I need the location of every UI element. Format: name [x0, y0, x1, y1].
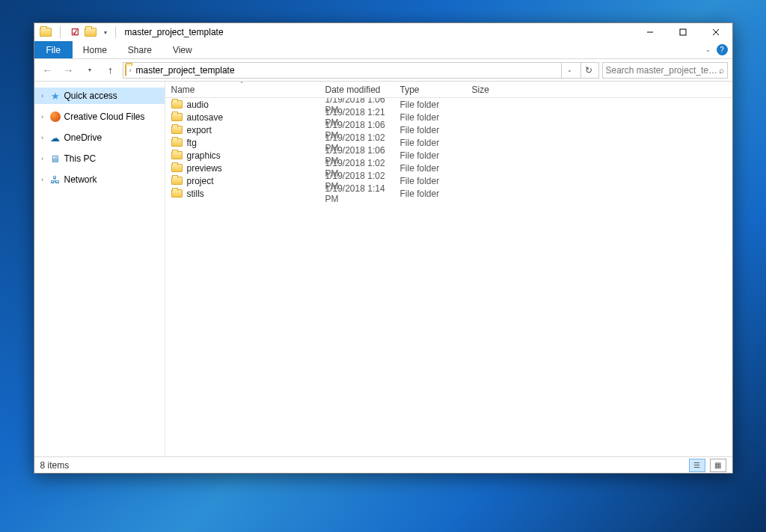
file-row[interactable]: project1/19/2018 1:02 PMFile folder: [165, 174, 732, 187]
minimize-button[interactable]: [634, 23, 667, 41]
file-name-cell: graphics: [165, 150, 319, 161]
nav-label: Creative Cloud Files: [64, 111, 145, 122]
svg-rect-1: [680, 29, 686, 35]
search-icon: ⌕: [719, 65, 724, 76]
file-row[interactable]: stills1/19/2018 1:14 PMFile folder: [165, 187, 732, 200]
chevron-right-icon[interactable]: ›: [39, 134, 46, 141]
column-name-label: Name: [171, 85, 195, 95]
this-pc-icon: 🖥: [49, 153, 61, 165]
close-icon: [712, 28, 720, 36]
column-type-label: Type: [400, 85, 420, 95]
file-name: export: [187, 125, 212, 135]
network-icon: 🖧: [49, 174, 61, 186]
tab-view[interactable]: View: [162, 41, 203, 58]
chevron-right-icon[interactable]: ›: [39, 113, 46, 120]
column-size[interactable]: Size: [466, 82, 526, 97]
nav-network[interactable]: › 🖧 Network: [34, 171, 165, 188]
file-row[interactable]: ftg1/19/2018 1:02 PMFile folder: [165, 136, 732, 149]
file-name: graphics: [187, 150, 221, 161]
address-crumb[interactable]: master_project_template: [135, 65, 236, 76]
sort-asc-icon: ˄: [240, 82, 243, 88]
file-row[interactable]: audio1/19/2018 1:06 PMFile folder: [165, 98, 732, 111]
file-rows: audio1/19/2018 1:06 PMFile folderautosav…: [165, 98, 732, 456]
properties-icon[interactable]: ☑: [69, 25, 82, 39]
maximize-icon: [679, 28, 687, 36]
column-name[interactable]: Name ˄: [165, 82, 319, 97]
details-view-button[interactable]: ☰: [689, 459, 705, 472]
maximize-button[interactable]: [667, 23, 699, 41]
address-folder-icon: [125, 65, 126, 76]
search-placeholder: Search master_project_templa...: [606, 65, 719, 76]
folder-icon: [171, 177, 183, 185]
file-type-cell: File folder: [394, 189, 466, 199]
nav-quick-access[interactable]: › ★ Quick access: [34, 88, 165, 104]
file-name: audio: [187, 100, 209, 110]
ribbon-expand-icon[interactable]: ⌄: [705, 46, 711, 53]
help-icon[interactable]: ?: [717, 44, 728, 55]
tab-file[interactable]: File: [34, 41, 73, 58]
file-name-cell: previews: [165, 163, 319, 174]
title-bar: ☑ ▾ master_project_template: [34, 23, 732, 41]
explorer-window: ☑ ▾ master_project_template File Home Sh…: [34, 22, 733, 474]
nav-label: Quick access: [64, 91, 117, 101]
up-button[interactable]: ↑: [102, 61, 120, 79]
file-name-cell: stills: [165, 189, 319, 199]
creative-cloud-icon: [49, 111, 61, 123]
file-type-cell: File folder: [394, 100, 466, 110]
folder-icon: [171, 138, 183, 147]
nav-creative-cloud[interactable]: › Creative Cloud Files: [34, 108, 165, 125]
file-row[interactable]: export1/19/2018 1:06 PMFile folder: [165, 123, 732, 136]
qat-separator: [54, 25, 67, 39]
large-icons-view-button[interactable]: ▦: [710, 459, 726, 472]
recent-locations-button[interactable]: ▾: [81, 61, 99, 79]
address-dropdown-button[interactable]: ⌄: [561, 63, 577, 78]
tab-share[interactable]: Share: [117, 41, 162, 58]
file-type-cell: File folder: [394, 163, 466, 174]
chevron-right-icon[interactable]: ›: [39, 155, 46, 162]
file-list: Name ˄ Date modified Type Size audio1/19…: [165, 82, 732, 456]
folder-icon: [171, 126, 183, 134]
file-row[interactable]: autosave1/19/2018 1:21 PMFile folder: [165, 111, 732, 123]
onedrive-icon: ☁: [49, 132, 61, 144]
tab-home[interactable]: Home: [73, 41, 117, 58]
file-row[interactable]: previews1/19/2018 1:02 PMFile folder: [165, 162, 732, 174]
column-type[interactable]: Type: [394, 82, 466, 97]
window-title: master_project_template: [125, 27, 224, 37]
nav-label: This PC: [64, 153, 96, 164]
forward-button[interactable]: →: [60, 61, 78, 79]
file-type-cell: File folder: [394, 125, 466, 135]
nav-onedrive[interactable]: › ☁ OneDrive: [34, 129, 165, 146]
qat-dropdown-icon[interactable]: ▾: [99, 25, 112, 39]
address-chevron-icon[interactable]: ›: [129, 67, 132, 74]
search-input[interactable]: Search master_project_templa... ⌕: [602, 62, 728, 79]
file-name: previews: [187, 163, 222, 174]
folder-icon: [171, 113, 183, 121]
file-row[interactable]: graphics1/19/2018 1:06 PMFile folder: [165, 149, 732, 162]
close-button[interactable]: [699, 23, 732, 41]
refresh-button[interactable]: ↻: [580, 63, 597, 78]
body: › ★ Quick access › Creative Cloud Files …: [34, 82, 732, 456]
nav-this-pc[interactable]: › 🖥 This PC: [34, 150, 165, 167]
qat-divider: [115, 26, 116, 38]
column-size-label: Size: [472, 85, 489, 95]
chevron-right-icon[interactable]: ›: [39, 176, 46, 183]
address-bar[interactable]: › master_project_template ⌄ ↻: [123, 62, 599, 79]
minimize-icon: [646, 28, 654, 36]
ribbon-tabs: File Home Share View ⌄ ?: [34, 41, 732, 59]
window-controls: [634, 23, 732, 41]
chevron-right-icon[interactable]: ›: [39, 92, 46, 100]
navigation-pane: › ★ Quick access › Creative Cloud Files …: [34, 82, 165, 456]
nav-label: Network: [64, 174, 97, 185]
back-button[interactable]: ←: [39, 61, 57, 79]
file-name-cell: audio: [165, 100, 319, 110]
column-date[interactable]: Date modified: [319, 82, 394, 97]
nav-label: OneDrive: [64, 132, 102, 143]
quick-access-icon: ★: [49, 90, 61, 102]
file-name-cell: autosave: [165, 112, 319, 123]
file-name: ftg: [187, 138, 197, 148]
status-bar: 8 items ☰ ▦: [34, 456, 732, 473]
file-date-cell: 1/19/2018 1:14 PM: [319, 183, 394, 204]
folder-icon: [171, 151, 183, 159]
file-type-cell: File folder: [394, 112, 466, 123]
new-folder-icon[interactable]: [84, 25, 97, 39]
